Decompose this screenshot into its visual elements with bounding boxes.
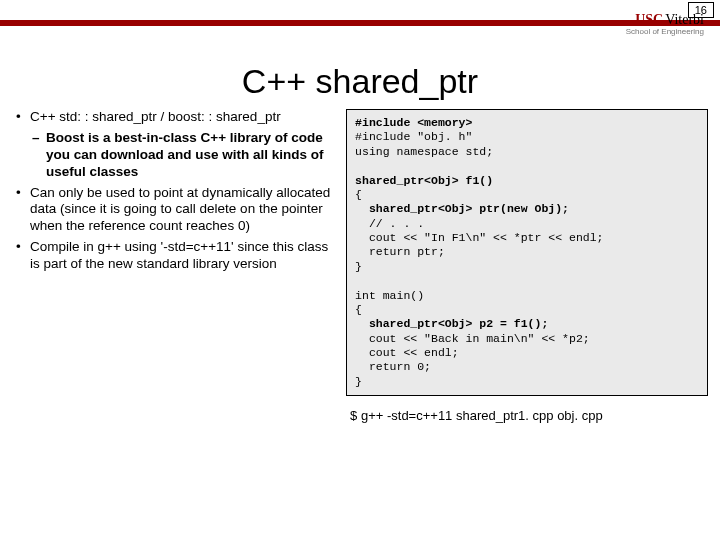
logo-viterbi: Viterbi	[665, 12, 704, 27]
code-l2: #include "obj. h"	[355, 130, 472, 143]
bullet-column: C++ std: : shared_ptr / boost: : shared_…	[12, 109, 346, 423]
code-l6: {	[355, 188, 362, 201]
logo-sub: School of Engineering	[626, 28, 704, 37]
content-area: C++ std: : shared_ptr / boost: : shared_…	[0, 109, 720, 423]
code-l7: shared_ptr<Obj> ptr(new Obj);	[355, 202, 569, 215]
code-l13: int main()	[355, 289, 424, 302]
code-l5: shared_ptr<Obj> f1()	[355, 174, 493, 187]
code-l3: using namespace std;	[355, 145, 493, 158]
code-l1: #include <memory>	[355, 116, 472, 129]
header-bar: USC Viterbi School of Engineering	[0, 26, 720, 56]
bullet-2: Can only be used to point at dynamically…	[12, 185, 338, 236]
code-l15: shared_ptr<Obj> p2 = f1();	[355, 317, 548, 330]
code-column: #include <memory> #include "obj. h" usin…	[346, 109, 708, 423]
code-l10: return ptr;	[355, 245, 445, 258]
code-l16: cout << "Back in main\n" << *p2;	[355, 332, 590, 345]
code-box: #include <memory> #include "obj. h" usin…	[346, 109, 708, 396]
code-l19: }	[355, 375, 362, 388]
page-title: C++ shared_ptr	[0, 62, 720, 101]
bullet-1a: Boost is a best-in-class C++ library of …	[12, 130, 338, 181]
code-l14: {	[355, 303, 362, 316]
code-l11: }	[355, 260, 362, 273]
code-l17: cout << endl;	[355, 346, 459, 359]
logo-usc: USC	[635, 12, 663, 27]
bullet-1: C++ std: : shared_ptr / boost: : shared_…	[12, 109, 338, 126]
code-l18: return 0;	[355, 360, 431, 373]
code-l9: cout << "In F1\n" << *ptr << endl;	[355, 231, 603, 244]
bullet-3: Compile in g++ using '-std=c++11' since …	[12, 239, 338, 273]
compile-command: $ g++ -std=c++11 shared_ptr1. cpp obj. c…	[346, 408, 708, 423]
code-l8: // . . .	[355, 217, 424, 230]
logo: USC Viterbi School of Engineering	[626, 12, 704, 37]
